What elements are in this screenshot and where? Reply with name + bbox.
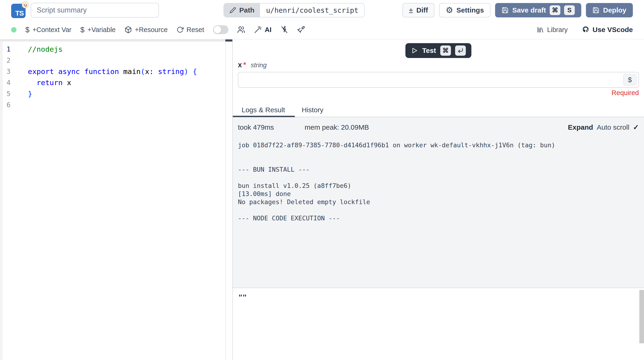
add-resource-label: +Resource — [135, 26, 168, 34]
log-line: No packages! Deleted empty lockfile — [238, 198, 639, 206]
bun-badge-icon — [22, 1, 29, 8]
code-line-4[interactable]: 4 return x — [3, 77, 225, 88]
log-line: [13.00ms] done — [238, 190, 639, 198]
result-tabs: Logs & Result History — [233, 103, 644, 117]
log-line: --- BUN INSTALL --- — [238, 165, 639, 174]
package-icon — [124, 26, 132, 33]
line-number: 6 — [3, 101, 17, 109]
kbd-enter — [455, 45, 466, 56]
arg-x-input[interactable] — [238, 72, 639, 88]
duration-text: took 479ms — [238, 123, 274, 131]
arg-type: string — [251, 61, 266, 69]
editor-scrollbar-gutter[interactable] — [225, 41, 232, 360]
pencil-icon — [230, 7, 236, 13]
add-context-var-label: +Context Var — [32, 26, 72, 34]
log-panel: took 479ms mem peak: 20.09MB Expand Auto… — [233, 117, 644, 288]
log-line — [238, 206, 639, 214]
format-brush-icon[interactable] — [297, 26, 305, 34]
tab-logs-result[interactable]: Logs & Result — [233, 103, 295, 117]
scrollbar-thumb[interactable] — [639, 290, 644, 343]
code-line-5[interactable]: 5 } — [3, 88, 225, 99]
diff-mode-toggle[interactable] — [213, 25, 228, 34]
autoscroll-checkbox[interactable]: ✓ — [633, 123, 639, 131]
dollar-icon: $ — [628, 76, 632, 84]
editor-top-bar — [0, 39, 232, 41]
ai-button[interactable]: AI — [254, 26, 272, 34]
required-star: * — [243, 61, 246, 69]
header: TS Path u/henri/coolest_script ± Diff ⚙ … — [0, 0, 644, 20]
deploy-button[interactable]: Deploy — [586, 3, 633, 17]
code-token: //nodejs — [28, 45, 62, 53]
code-line-2[interactable]: 2 — [3, 55, 225, 66]
log-line: job 018d7f22-af89-7385-7780-d4146d1f96b1… — [238, 141, 639, 149]
diff-button[interactable]: ± Diff — [402, 3, 435, 17]
reset-button[interactable]: Reset — [176, 26, 204, 34]
use-vscode-label: Use VScode — [593, 26, 633, 34]
return-icon — [458, 47, 464, 54]
expand-button[interactable]: Expand — [568, 123, 593, 131]
assistant-off-icon[interactable] — [280, 26, 288, 34]
line-number: 2 — [3, 56, 17, 64]
reset-label: Reset — [186, 26, 204, 34]
path-edit-button[interactable]: Path — [224, 3, 260, 17]
kbd-s: S — [564, 5, 575, 15]
log-line — [238, 157, 639, 165]
toolbar-right: Library Use VScode — [537, 26, 633, 34]
editor-glyph-margin — [0, 41, 3, 360]
gear-icon: ⚙ — [446, 6, 453, 14]
code-editor[interactable]: 1 //nodejs 2 3 export async function mai… — [0, 39, 232, 360]
insert-variable-button[interactable]: $ — [623, 74, 636, 86]
argument-label: x * string — [238, 61, 639, 70]
kbd-cmd: ⌘ — [440, 45, 451, 56]
save-draft-button[interactable]: Save draft ⌘ S — [495, 3, 581, 17]
path-pill[interactable]: Path u/henri/coolest_script — [224, 3, 365, 17]
code-token: return — [28, 78, 62, 87]
code-line-1[interactable]: 1 //nodejs — [3, 44, 225, 55]
settings-button[interactable]: ⚙ Settings — [439, 3, 490, 17]
line-number: 4 — [3, 79, 17, 87]
log-line: bun install v1.0.25 (a8ff7be6) — [238, 182, 639, 190]
code-token: main — [123, 67, 141, 76]
windmill-script-editor: TS Path u/henri/coolest_script ± Diff ⚙ … — [0, 0, 644, 360]
code-token: x: — [145, 67, 158, 76]
library-icon — [537, 26, 544, 33]
test-button[interactable]: Test ⌘ — [406, 43, 471, 58]
path-label: Path — [239, 6, 254, 14]
reset-icon — [176, 26, 184, 33]
save-icon — [592, 7, 600, 14]
log-header-right: Expand Auto scroll ✓ — [568, 123, 639, 131]
dollar-icon: $ — [25, 25, 30, 34]
magic-wand-icon — [254, 26, 262, 34]
play-icon — [411, 47, 418, 54]
required-message: Required — [238, 89, 639, 97]
library-label: Library — [547, 26, 568, 34]
pane-resize-handle[interactable] — [225, 39, 232, 41]
library-button[interactable]: Library — [537, 26, 568, 34]
line-number: 3 — [3, 67, 17, 75]
add-context-var-button[interactable]: $ +Context Var — [25, 25, 72, 34]
add-resource-button[interactable]: +Resource — [124, 26, 168, 34]
kbd-cmd: ⌘ — [550, 5, 560, 15]
use-vscode-button[interactable]: Use VScode — [582, 26, 633, 34]
code-token: x — [62, 78, 71, 87]
deploy-label: Deploy — [603, 6, 626, 14]
status-dot-icon — [11, 27, 16, 32]
script-summary-input[interactable] — [31, 3, 159, 18]
test-label: Test — [422, 47, 436, 54]
plus-minus-icon: ± — [409, 6, 413, 15]
log-header: took 479ms mem peak: 20.09MB Expand Auto… — [238, 123, 639, 131]
add-variable-button[interactable]: $ +Variable — [80, 25, 116, 34]
runner-section: Test ⌘ x * string $ Required — [233, 39, 644, 103]
save-draft-label: Save draft — [512, 6, 546, 14]
code-area[interactable]: 1 //nodejs 2 3 export async function mai… — [3, 44, 225, 110]
arg-name: x — [238, 61, 242, 69]
code-token: } — [28, 90, 32, 98]
save-icon — [502, 7, 508, 14]
users-icon[interactable] — [237, 26, 245, 34]
path-value: u/henri/coolest_script — [260, 3, 364, 17]
code-line-6[interactable]: 6 — [3, 99, 225, 110]
header-actions: ± Diff ⚙ Settings Save draft ⌘ S Deploy — [402, 3, 633, 17]
tab-history[interactable]: History — [295, 103, 330, 117]
code-line-3[interactable]: 3 export async function main(x: string) … — [3, 66, 225, 77]
code-token: ) { — [184, 67, 197, 76]
